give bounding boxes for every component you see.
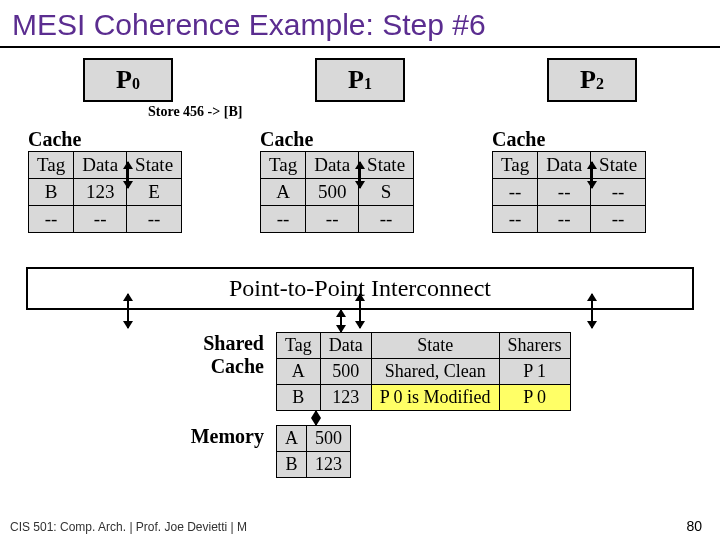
- shared-cache-table: Tag Data State Sharers A 500 Shared, Cle…: [276, 332, 571, 411]
- td: 123: [74, 179, 127, 206]
- processor-box-0: P0: [83, 58, 173, 102]
- shared-cache-row: Shared Cache Tag Data State Sharers A 50…: [26, 332, 694, 411]
- th: Tag: [29, 152, 74, 179]
- td: --: [29, 206, 74, 233]
- processor-box-1: P1: [315, 58, 405, 102]
- col-p0: P0 Store 456 -> [B] Cache Tag Data State…: [28, 58, 228, 233]
- lower-region: Shared Cache Tag Data State Sharers A 50…: [0, 332, 720, 478]
- td: --: [538, 206, 591, 233]
- processor-columns: P0 Store 456 -> [B] Cache Tag Data State…: [0, 58, 720, 233]
- memory-table: A 500 B 123: [276, 425, 351, 478]
- td: Shared, Clean: [371, 359, 499, 385]
- footer-text: CIS 501: Comp. Arch. | Prof. Joe Deviett…: [10, 520, 247, 534]
- proc-label: P: [348, 65, 364, 95]
- cache-label: Cache: [260, 128, 460, 151]
- store-annotation: Store 456 -> [B]: [148, 104, 242, 120]
- td: P 0 is Modified: [371, 385, 499, 411]
- th: State: [371, 333, 499, 359]
- cache-label: Cache: [492, 128, 692, 151]
- td: A: [277, 359, 321, 385]
- proc-sub: 0: [132, 75, 140, 93]
- td: --: [493, 206, 538, 233]
- td: A: [277, 426, 307, 452]
- th: Tag: [493, 152, 538, 179]
- td: 500: [306, 179, 359, 206]
- td: 500: [320, 359, 371, 385]
- processor-box-2: P2: [547, 58, 637, 102]
- th: Sharers: [499, 333, 570, 359]
- th: Tag: [261, 152, 306, 179]
- th: State: [591, 152, 646, 179]
- th: Data: [538, 152, 591, 179]
- th: State: [127, 152, 182, 179]
- td: P 1: [499, 359, 570, 385]
- cache-table-0: Tag Data State B 123 E -- -- --: [28, 151, 182, 233]
- cache-label: Cache: [28, 128, 228, 151]
- arrow-icon: [591, 294, 593, 328]
- td: E: [127, 179, 182, 206]
- proc-sub: 1: [364, 75, 372, 93]
- slide-title: MESI Coherence Example: Step #6: [0, 0, 720, 48]
- td: 123: [307, 452, 351, 478]
- td: --: [538, 179, 591, 206]
- td: --: [306, 206, 359, 233]
- proc-sub: 2: [596, 75, 604, 93]
- arrow-icon: [359, 162, 361, 188]
- arrow-icon: [127, 162, 129, 188]
- col-p2: P2 Cache Tag Data State -- -- -- -- -- -…: [492, 58, 692, 233]
- th: Data: [74, 152, 127, 179]
- th: State: [359, 152, 414, 179]
- td: --: [359, 206, 414, 233]
- td: 500: [307, 426, 351, 452]
- shared-cache-label: Shared Cache: [26, 332, 276, 378]
- td: A: [261, 179, 306, 206]
- th: Tag: [277, 333, 321, 359]
- arrow-icon: [315, 411, 317, 425]
- td: B: [29, 179, 74, 206]
- td: --: [74, 206, 127, 233]
- memory-row: Memory A 500 B 123: [26, 425, 694, 478]
- td: 123: [320, 385, 371, 411]
- th: Data: [306, 152, 359, 179]
- td: B: [277, 385, 321, 411]
- td: P 0: [499, 385, 570, 411]
- col-p1: P1 Cache Tag Data State A 500 S -- -- --: [260, 58, 460, 233]
- td: S: [359, 179, 414, 206]
- proc-label: P: [116, 65, 132, 95]
- cache-table-1: Tag Data State A 500 S -- -- --: [260, 151, 414, 233]
- arrow-icon: [127, 294, 129, 328]
- arrow-icon: [359, 294, 361, 328]
- th: Data: [320, 333, 371, 359]
- td: --: [591, 179, 646, 206]
- td: B: [277, 452, 307, 478]
- proc-label: P: [580, 65, 596, 95]
- cache-table-2: Tag Data State -- -- -- -- -- --: [492, 151, 646, 233]
- td: --: [591, 206, 646, 233]
- td: --: [127, 206, 182, 233]
- arrow-icon: [591, 162, 593, 188]
- memory-label: Memory: [26, 425, 276, 448]
- page-number: 80: [686, 518, 702, 534]
- td: --: [261, 206, 306, 233]
- td: --: [493, 179, 538, 206]
- arrow-icon: [340, 310, 342, 332]
